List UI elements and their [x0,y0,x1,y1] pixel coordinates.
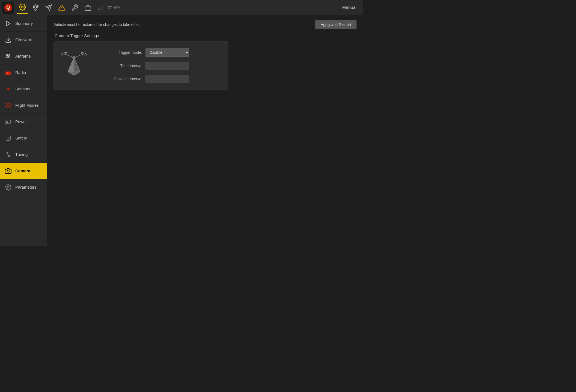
main-content: Vehicle must be restarted for changes to… [47,15,363,246]
svg-rect-11 [100,7,100,10]
restart-notice-text: Vehicle must be restarted for changes to… [54,22,142,27]
svg-point-43 [63,53,65,55]
trigger-mode-row: Trigger mode: Disable Time based Distanc… [99,48,221,57]
firmware-icon [4,36,12,44]
svg-point-2 [22,6,23,8]
svg-rect-24 [7,72,8,74]
sidebar-item-firmware[interactable]: Firmware [0,32,47,48]
sidebar: Summary Firmware [0,15,47,246]
svg-marker-15 [6,21,10,26]
flight-modes-icon [4,102,12,109]
sidebar-item-camera[interactable]: Camera [0,163,47,179]
signal-icon [95,2,107,14]
trigger-fields: Trigger mode: Disable Time based Distanc… [99,48,221,83]
svg-text:Q: Q [7,5,10,10]
svg-rect-26 [10,72,10,73]
sidebar-item-parameters[interactable]: Parameters [0,179,47,195]
topbar: Q B [0,0,363,15]
svg-rect-25 [9,72,9,73]
safety-icon [4,134,12,142]
svg-point-37 [7,170,9,172]
svg-rect-23 [5,72,11,75]
svg-rect-13 [102,5,103,10]
sidebar-item-power[interactable]: Power [0,114,47,130]
svg-text:B: B [37,5,38,7]
radio-icon [4,69,12,76]
tools-nav-icon[interactable] [69,2,81,14]
sidebar-item-sensors[interactable]: Sensors [0,81,47,97]
svg-rect-12 [101,6,102,10]
waypoint-nav-icon[interactable]: B [29,2,41,14]
section-title: Camera Trigger Settings [54,33,357,38]
svg-rect-8 [85,6,91,10]
distance-interval-input[interactable] [146,75,189,83]
apply-restart-button[interactable]: Apply and Restart [315,20,357,29]
time-interval-input[interactable] [146,62,189,70]
sidebar-item-radio[interactable]: Radio [0,64,47,81]
app-logo[interactable]: Q [2,2,14,14]
settings-nav-icon[interactable] [16,2,28,14]
camera-nav-icon[interactable] [82,2,94,14]
restart-banner: Vehicle must be restarted for changes to… [54,20,357,29]
plan-nav-icon[interactable] [43,2,55,14]
flight-mode: Manual [342,5,357,10]
summary-icon [4,20,12,27]
airframe-icon [4,52,12,60]
warning-nav-icon[interactable] [56,2,68,14]
svg-point-36 [8,155,10,156]
sidebar-item-safety[interactable]: Safety [0,130,47,146]
trigger-mode-select[interactable]: Disable Time based Distance based Missio… [146,48,189,57]
sensors-icon [4,85,12,93]
sidebar-item-flight-modes[interactable]: Flight Modes [0,97,47,114]
svg-point-44 [83,53,85,55]
drone-illustration [60,49,88,82]
parameters-icon [4,183,12,191]
svg-rect-14 [108,6,112,9]
time-interval-row: Time Interval [99,62,221,70]
svg-point-34 [7,152,8,154]
distance-interval-label: Distance Interval [99,77,142,81]
camera-trigger-card: Trigger mode: Disable Time based Distanc… [54,41,228,90]
distance-interval-row: Distance Interval [99,75,221,83]
sidebar-item-tuning[interactable]: Tuning [0,146,47,163]
camera-sidebar-icon [4,167,12,175]
svg-point-3 [34,6,37,8]
tuning-icon [4,151,12,158]
svg-rect-10 [98,8,99,10]
svg-rect-29 [6,121,8,123]
svg-point-38 [7,186,9,188]
sidebar-item-airframe[interactable]: Airframe [0,48,47,64]
time-interval-label: Time Interval [99,64,142,68]
trigger-mode-label: Trigger mode: [99,50,142,55]
battery-icon: N/A [108,2,120,14]
svg-marker-48 [68,72,80,76]
app-layout: Summary Firmware [0,15,363,246]
power-icon [4,118,12,126]
sidebar-item-summary[interactable]: Summary [0,15,47,32]
